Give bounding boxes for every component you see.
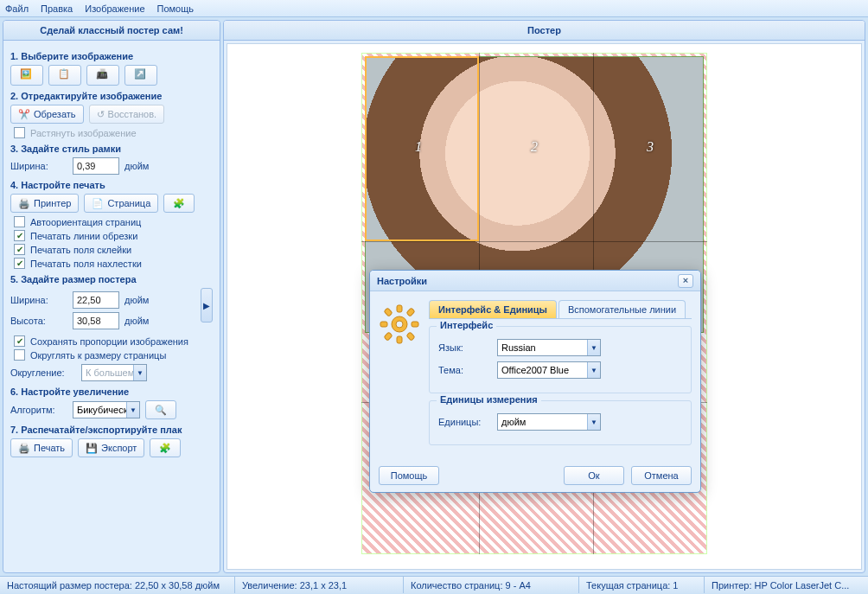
- import-icon: ↗️: [134, 68, 148, 82]
- autoorient-label: Автоориентация страниц: [30, 217, 141, 227]
- stretch-label: Растянуть изображение: [30, 128, 137, 138]
- page-number: 2: [531, 139, 538, 155]
- help-button[interactable]: Помощь: [379, 466, 439, 485]
- ok-button[interactable]: Ок: [564, 466, 624, 485]
- theme-label: Тема:: [438, 365, 490, 375]
- step3-title: 3. Задайте стиль рамки: [10, 144, 213, 154]
- checkbox-icon: [14, 349, 25, 361]
- language-label: Язык:: [438, 342, 490, 353]
- step4-title: 4. Настройте печать: [10, 180, 213, 190]
- page-button[interactable]: 📄Страница: [84, 194, 158, 213]
- poster-height-input[interactable]: [73, 312, 119, 329]
- tab-interface-units[interactable]: Интерфейс & Единицы: [429, 300, 557, 318]
- algorithm-dropdown[interactable]: Бикубическ▼: [73, 401, 140, 418]
- poster-height-label: Высота:: [10, 316, 67, 326]
- import-button[interactable]: ↗️: [124, 65, 157, 86]
- units-dropdown[interactable]: дюйм▼: [497, 413, 601, 431]
- svg-rect-5: [384, 308, 393, 316]
- group-units: Единицы измерения Единицы: дюйм▼: [429, 400, 692, 445]
- config-icon: 🧩: [159, 443, 171, 454]
- svg-rect-2: [397, 336, 402, 343]
- restore-button[interactable]: ↺Восстанов.: [89, 105, 165, 124]
- printer-icon: 🖨️: [18, 198, 30, 209]
- status-pages: Количество страниц: 9 - A4: [404, 577, 579, 593]
- paste-button[interactable]: 📋: [48, 65, 81, 86]
- crop-button[interactable]: ✂️Обрезать: [10, 105, 84, 124]
- sidebar: Сделай классный постер сам! 1. Выберите …: [3, 20, 220, 573]
- svg-point-9: [396, 321, 403, 328]
- step5-title: 5. Задайте размер постера: [10, 274, 213, 284]
- export-extra-button[interactable]: 🧩: [150, 438, 181, 457]
- theme-dropdown[interactable]: Office2007 Blue▼: [497, 361, 601, 379]
- svg-rect-7: [384, 332, 393, 341]
- status-printer: Принтер: HP Color LaserJet C...: [705, 577, 868, 593]
- grid-line: [361, 241, 707, 242]
- svg-rect-4: [412, 322, 418, 327]
- close-icon: ×: [683, 275, 688, 285]
- cutlines-checkbox[interactable]: ✔Печатать линии обрезки: [14, 230, 213, 241]
- units-value: дюйм: [501, 417, 526, 427]
- preview-zoom-button[interactable]: 🔍: [145, 400, 176, 419]
- rounding-value: К большем: [86, 367, 134, 378]
- checkbox-icon: ✔: [14, 244, 25, 255]
- settings-dialog: Настройки × Интерфейс & Единицы Вспомога…: [369, 270, 701, 493]
- tab-guidelines[interactable]: Вспомогательные линии: [558, 300, 686, 318]
- gear-icon: [379, 303, 420, 345]
- restore-label: Восстанов.: [108, 109, 157, 119]
- export-button[interactable]: 💾Экспорт: [78, 438, 144, 457]
- restore-icon: ↺: [97, 109, 105, 120]
- page-extra-button[interactable]: 🧩: [163, 194, 195, 213]
- poster-width-input[interactable]: [73, 291, 119, 309]
- glue-label: Печатать поля склейки: [30, 245, 131, 255]
- checkbox-icon: ✔: [14, 335, 25, 347]
- keep-ratio-label: Сохранять пропорции изображения: [30, 336, 188, 347]
- svg-rect-6: [406, 308, 415, 316]
- step2-title: 2. Отредактируйте изображение: [10, 91, 213, 101]
- dialog-titlebar[interactable]: Настройки ×: [370, 271, 700, 291]
- checkbox-icon: ✔: [14, 230, 25, 241]
- page-icon: 📄: [92, 198, 104, 209]
- scanner-icon: 📠: [96, 68, 110, 82]
- crop-icon: ✂️: [18, 109, 30, 120]
- svg-rect-8: [406, 332, 415, 341]
- overlap-checkbox[interactable]: ✔Печатать поля нахлестки: [14, 258, 213, 269]
- page-label: Страница: [107, 198, 150, 208]
- config-icon: 🧩: [173, 198, 185, 209]
- sidebar-header: Сделай классный постер сам!: [3, 21, 220, 41]
- poster-width-unit: дюйм: [124, 295, 149, 305]
- algorithm-value: Бикубическ: [77, 405, 128, 415]
- chevron-down-icon: ▼: [587, 414, 600, 430]
- keep-ratio-checkbox[interactable]: ✔Сохранять пропорции изображения: [14, 335, 213, 347]
- overlap-label: Печатать поля нахлестки: [30, 259, 142, 269]
- border-width-unit: дюйм: [124, 161, 149, 171]
- language-dropdown[interactable]: Russian▼: [497, 339, 601, 356]
- printer-button[interactable]: 🖨️Принтер: [10, 194, 79, 213]
- open-image-button[interactable]: 🖼️: [10, 65, 43, 86]
- menu-file[interactable]: Файл: [5, 3, 29, 14]
- image-icon: 🖼️: [20, 68, 34, 82]
- chevron-down-icon: ▼: [133, 365, 146, 380]
- menu-image[interactable]: Изображение: [85, 3, 144, 14]
- chevron-down-icon: ▼: [587, 362, 600, 378]
- chevron-down-icon: ▼: [126, 402, 139, 418]
- print-button[interactable]: 🖨️Печать: [10, 438, 73, 457]
- round-size-checkbox[interactable]: Округлять к размеру страницы: [14, 349, 213, 361]
- autoorient-checkbox[interactable]: Автоориентация страниц: [14, 216, 213, 227]
- magnifier-icon: 🔍: [155, 405, 167, 416]
- glue-checkbox[interactable]: ✔Печатать поля склейки: [14, 244, 213, 255]
- cancel-button[interactable]: Отмена: [631, 466, 692, 485]
- export-label: Экспорт: [101, 443, 137, 453]
- scan-button[interactable]: 📠: [86, 65, 119, 86]
- menu-help[interactable]: Помощь: [157, 3, 195, 14]
- menu-edit[interactable]: Правка: [41, 3, 73, 14]
- printer-icon: 🖨️: [18, 443, 30, 454]
- dialog-title: Настройки: [377, 276, 427, 286]
- border-width-input[interactable]: [73, 157, 119, 175]
- menu-bar: Файл Правка Изображение Помощь: [0, 0, 868, 17]
- group-interface-title: Интерфейс: [437, 320, 496, 330]
- size-slider[interactable]: ▶: [201, 288, 213, 323]
- close-button[interactable]: ×: [678, 274, 693, 288]
- stretch-checkbox[interactable]: Растянуть изображение: [14, 127, 213, 138]
- theme-value: Office2007 Blue: [501, 365, 569, 375]
- svg-rect-3: [380, 322, 387, 327]
